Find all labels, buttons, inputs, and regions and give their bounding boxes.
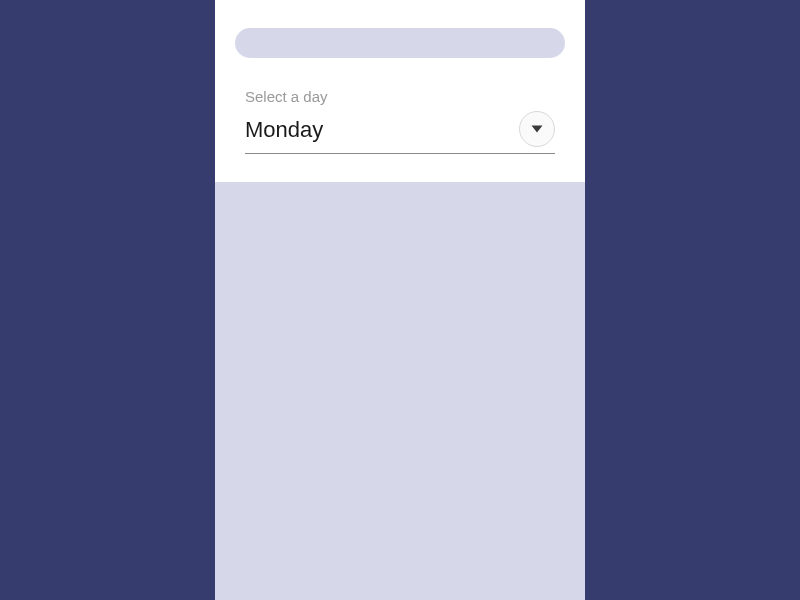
day-select[interactable]: Select a day Monday — [235, 88, 565, 154]
day-select-label: Select a day — [245, 88, 555, 105]
dropdown-button[interactable] — [519, 111, 555, 147]
day-select-row[interactable]: Monday — [245, 111, 555, 154]
phone-frame: Select a day Monday — [215, 0, 585, 600]
svg-marker-0 — [532, 126, 543, 133]
top-panel: Select a day Monday — [215, 0, 585, 182]
day-select-value: Monday — [245, 117, 323, 143]
placeholder-pill — [235, 28, 565, 58]
chevron-down-icon — [530, 124, 544, 134]
